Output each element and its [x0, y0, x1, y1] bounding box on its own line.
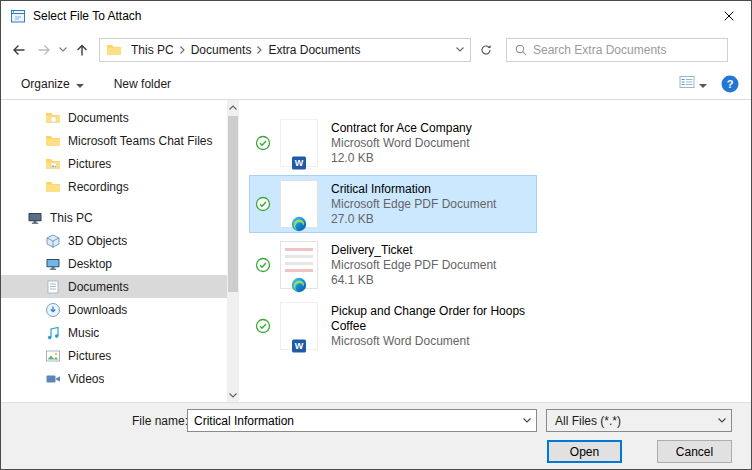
- file-type-value: All Files (*.*): [555, 414, 621, 428]
- cancel-button[interactable]: Cancel: [657, 440, 732, 463]
- sync-status-icon: [255, 135, 271, 151]
- word-icon: W: [291, 155, 307, 171]
- file-name: Contract for Ace Company: [331, 121, 472, 136]
- file-size: 27.0 KB: [331, 212, 496, 227]
- up-button[interactable]: [69, 37, 94, 62]
- sidebar-item-recordings[interactable]: Recordings: [1, 175, 227, 198]
- thumbnail-content: [285, 269, 313, 272]
- toolbar-right-group: ?: [677, 72, 739, 95]
- sidebar-item-label: Music: [68, 326, 99, 340]
- documents-folder-icon: [45, 110, 61, 126]
- sidebar-item-documents[interactable]: Documents: [1, 275, 227, 298]
- back-button[interactable]: [6, 37, 31, 62]
- sidebar-item-label: Desktop: [68, 257, 112, 271]
- thumbnail-content: [285, 262, 313, 265]
- file-size: 64.1 KB: [331, 273, 496, 288]
- sidebar-item-label: Documents: [68, 280, 129, 294]
- sync-status-icon: [255, 196, 271, 212]
- sidebar-scrollbar[interactable]: [227, 100, 239, 402]
- file-name-label: File name:: [132, 414, 188, 428]
- sidebar-item-videos[interactable]: Videos: [1, 367, 227, 390]
- sidebar-item-teams-chat-files[interactable]: Microsoft Teams Chat Files: [1, 129, 227, 152]
- chevron-down-icon: [713, 410, 731, 431]
- new-folder-label: New folder: [114, 77, 171, 91]
- sidebar-item-documents-pinned[interactable]: Documents: [1, 106, 227, 129]
- sidebar-item-3d-objects[interactable]: 3D Objects: [1, 229, 227, 252]
- file-name: Critical Information: [331, 182, 496, 197]
- scroll-down-icon[interactable]: [227, 388, 239, 402]
- three-d-objects-icon: [45, 233, 61, 249]
- close-button[interactable]: [706, 1, 751, 31]
- sidebar-item-label: Pictures: [68, 349, 111, 363]
- views-icon: [679, 74, 695, 93]
- command-toolbar: Organize New folder ?: [1, 68, 751, 100]
- forward-button[interactable]: [31, 37, 56, 62]
- scrollbar-thumb[interactable]: [228, 116, 238, 292]
- window-title: Select File To Attach: [33, 9, 706, 23]
- organize-button[interactable]: Organize: [13, 72, 92, 96]
- chevron-right-icon[interactable]: [179, 46, 186, 54]
- search-box[interactable]: [506, 38, 728, 62]
- history-dropdown-button[interactable]: [56, 37, 69, 62]
- folder-icon: [106, 42, 122, 58]
- help-button[interactable]: ?: [721, 75, 739, 93]
- file-meta: Pickup and Change Order for Hoops Coffee…: [331, 304, 529, 349]
- scroll-up-icon[interactable]: [227, 100, 239, 114]
- svg-text:W: W: [295, 158, 304, 168]
- sidebar-item-label: 3D Objects: [68, 234, 127, 248]
- file-meta: Contract for Ace Company Microsoft Word …: [331, 121, 472, 166]
- chevron-right-icon[interactable]: [256, 46, 263, 54]
- file-type: Microsoft Edge PDF Document: [331, 258, 496, 273]
- file-thumbnail: W: [280, 302, 318, 350]
- address-dropdown-icon[interactable]: [450, 39, 470, 61]
- computer-icon: [27, 210, 43, 226]
- breadcrumb-this-pc[interactable]: This PC: [126, 43, 179, 57]
- file-row-contract[interactable]: W Contract for Ace Company Microsoft Wor…: [249, 114, 537, 172]
- sidebar-item-downloads[interactable]: Downloads: [1, 298, 227, 321]
- sidebar-item-label: Documents: [68, 111, 129, 125]
- navigation-pane: Documents Microsoft Teams Chat Files Pic…: [1, 100, 239, 402]
- search-input[interactable]: [533, 39, 727, 61]
- file-type: Microsoft Word Document: [331, 136, 472, 151]
- file-row-pickup-change-order[interactable]: W Pickup and Change Order for Hoops Coff…: [249, 297, 537, 355]
- dialog-icon: [10, 8, 26, 24]
- navigation-bar: This PC Documents Extra Documents: [1, 31, 751, 68]
- pictures-icon: [45, 348, 61, 364]
- file-row-delivery-ticket[interactable]: Delivery_Ticket Microsoft Edge PDF Docum…: [249, 236, 537, 294]
- sidebar-item-this-pc[interactable]: This PC: [1, 206, 227, 229]
- new-folder-button[interactable]: New folder: [106, 72, 179, 96]
- chevron-down-icon[interactable]: [518, 410, 536, 431]
- change-view-button[interactable]: [677, 72, 709, 95]
- close-icon: [724, 9, 734, 24]
- folder-icon: [45, 179, 61, 195]
- pictures-folder-icon: [45, 156, 61, 172]
- sidebar-item-label: This PC: [50, 211, 93, 225]
- address-bar[interactable]: This PC Documents Extra Documents: [99, 38, 471, 62]
- sidebar-item-desktop[interactable]: Desktop: [1, 252, 227, 275]
- music-icon: [45, 325, 61, 341]
- sidebar-item-label: Downloads: [68, 303, 127, 317]
- file-type-select[interactable]: All Files (*.*): [546, 409, 732, 432]
- file-size: 12.0 KB: [331, 151, 472, 166]
- file-name-input[interactable]: [188, 410, 518, 431]
- file-thumbnail: [280, 180, 318, 228]
- file-list: W Contract for Ace Company Microsoft Wor…: [239, 100, 751, 402]
- thumbnail-content: [285, 248, 313, 251]
- file-name-combo[interactable]: [187, 409, 537, 432]
- file-row-critical-information[interactable]: Critical Information Microsoft Edge PDF …: [249, 175, 537, 233]
- sidebar-item-pictures-pinned[interactable]: Pictures: [1, 152, 227, 175]
- dialog-content: Documents Microsoft Teams Chat Files Pic…: [1, 100, 751, 402]
- breadcrumb-documents[interactable]: Documents: [186, 43, 257, 57]
- dialog-footer: File name: All Files (*.*) Open Cancel: [1, 402, 751, 469]
- sidebar-item-label: Videos: [68, 372, 104, 386]
- organize-label: Organize: [21, 77, 70, 91]
- open-button[interactable]: Open: [547, 440, 622, 463]
- sidebar-item-music[interactable]: Music: [1, 321, 227, 344]
- refresh-button[interactable]: [473, 38, 498, 62]
- file-name: Delivery_Ticket: [331, 243, 496, 258]
- sidebar-item-pictures[interactable]: Pictures: [1, 344, 227, 367]
- breadcrumb-extra-documents[interactable]: Extra Documents: [263, 43, 365, 57]
- titlebar: Select File To Attach: [1, 1, 751, 31]
- edge-icon: [291, 216, 307, 232]
- file-type: Microsoft Word Document: [331, 334, 529, 349]
